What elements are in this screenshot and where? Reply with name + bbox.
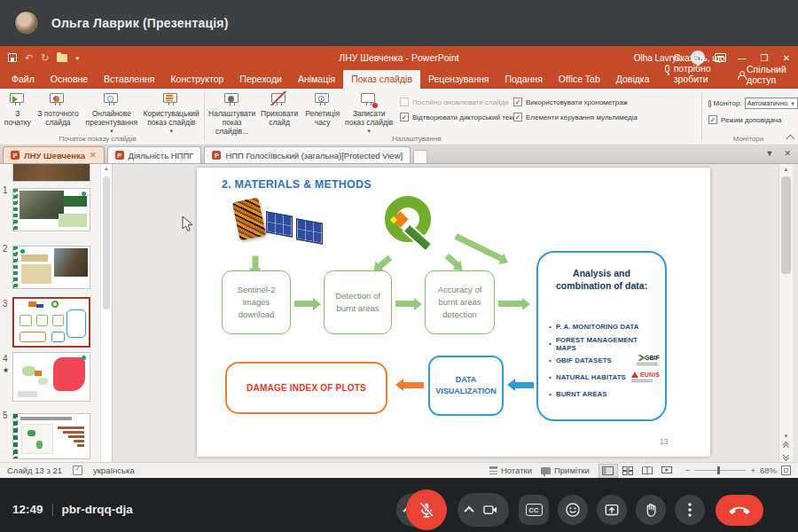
slide-thumbnail-5[interactable]: [12, 413, 90, 459]
slide-thumbnail-3-selected[interactable]: [12, 297, 90, 348]
scroll-down-icon[interactable]: ▼: [784, 434, 789, 439]
tab-insert[interactable]: Вставлення: [96, 70, 162, 89]
next-slide-icon[interactable]: [783, 453, 790, 460]
tab-help[interactable]: Довідка: [608, 70, 658, 89]
fit-to-window-button[interactable]: [781, 466, 791, 475]
zoom-slider[interactable]: [694, 470, 746, 471]
tab-view[interactable]: Подання: [497, 70, 550, 89]
zoom-in-button[interactable]: +: [750, 466, 755, 475]
more-options-button[interactable]: [675, 495, 705, 525]
slide-page-number: 13: [660, 437, 668, 446]
satellite-image: [234, 198, 327, 254]
slide-counter: Слайд 13 з 21: [7, 466, 62, 475]
close-tab-icon[interactable]: ✕: [90, 151, 97, 160]
tab-list-dropdown-icon[interactable]: ▼: [766, 149, 774, 158]
present-screen-button[interactable]: [597, 495, 627, 525]
from-beginning-button[interactable]: З початку: [2, 91, 34, 128]
tab-review[interactable]: Рецензування: [420, 70, 497, 89]
arrow-down-icon: [253, 256, 259, 270]
undo-icon[interactable]: ↶: [25, 53, 33, 63]
spellcheck-icon[interactable]: [73, 466, 82, 475]
zoom-out-button[interactable]: −: [685, 466, 691, 475]
thumbnail-number-selected: 3: [3, 299, 8, 309]
hand-icon: [642, 501, 660, 519]
open-folder-icon[interactable]: [57, 54, 67, 62]
custom-slideshow-button[interactable]: Користувацький показ слайдів▼: [141, 91, 202, 134]
restore-button[interactable]: ❐: [758, 53, 771, 63]
chevron-up-icon[interactable]: [464, 506, 473, 516]
bullet-icon: •: [549, 373, 552, 381]
meeting-code: pbr-drqq-dja: [62, 503, 133, 516]
hide-slide-button[interactable]: Приховати слайд: [257, 91, 301, 128]
thumbnail-art: [13, 164, 90, 181]
doc-tab-lnu[interactable]: P ЛНУ Шевченка ✕: [3, 146, 105, 163]
new-tab-button[interactable]: [413, 150, 427, 163]
slide-thumbnail-1[interactable]: [12, 188, 90, 231]
setup-slideshow-button[interactable]: Налаштувати показ слайдів...: [207, 91, 257, 136]
scroll-up-icon[interactable]: ▲: [779, 164, 793, 172]
slide-thumbnail-2[interactable]: [12, 246, 90, 289]
close-button[interactable]: ✕: [780, 53, 793, 63]
doc-tab-nppg[interactable]: P Діяльність НППГ: [107, 146, 202, 163]
checkbox-keep-slides-updated[interactable]: Постійно оновлювати слайди: [400, 98, 505, 106]
scrollbar-thumb[interactable]: [781, 176, 791, 274]
camera-pill[interactable]: [458, 493, 509, 527]
tab-transitions[interactable]: Переходи: [231, 70, 290, 89]
presenter-name-label: Ольга Лаврик (Презентація): [51, 16, 229, 30]
checkbox-presenter-view[interactable]: ✓ Режим доповідача: [708, 115, 798, 124]
tab-file[interactable]: Файл: [4, 70, 43, 89]
checkbox-checked-icon: ✓: [708, 115, 717, 124]
checkbox-show-media-controls[interactable]: ✓ Елементи керування мультимедіа: [513, 113, 697, 121]
record-slideshow-button[interactable]: Записати показ слайдів▼: [343, 91, 394, 134]
qat-customize-icon[interactable]: ▾: [75, 55, 79, 61]
notes-toggle[interactable]: Нотатки: [489, 466, 532, 475]
tab-home[interactable]: Основне: [43, 70, 96, 89]
tab-slideshow[interactable]: Показ слайдів: [343, 70, 420, 89]
checkbox-use-timings[interactable]: ✓ Використовувати хронометраж: [513, 98, 697, 106]
analysis-bullet: •GBIF DATASETS GBIF: [549, 352, 660, 369]
rehearse-timings-button[interactable]: Репетиція часу: [301, 91, 344, 128]
scrollbar-thumb[interactable]: [103, 176, 110, 309]
redo-icon[interactable]: ↻: [41, 53, 49, 63]
scroll-up-icon[interactable]: ▲: [101, 164, 112, 171]
doc-tab-holosiivskyi[interactable]: P НПП Голосіївський (загальна)[Protected…: [204, 146, 411, 163]
checkbox-checked-icon: ✓: [513, 98, 522, 106]
slide-thumbnail-partial[interactable]: [12, 164, 90, 182]
end-call-button[interactable]: [716, 495, 763, 526]
checkbox-play-narrations[interactable]: ✓ Відтворювати дикторський текст: [400, 113, 505, 121]
save-icon[interactable]: [8, 53, 17, 62]
reactions-button[interactable]: [558, 495, 588, 525]
zoom-slider-thumb[interactable]: [717, 466, 720, 474]
tab-animations[interactable]: Анімація: [290, 70, 343, 89]
share-button[interactable]: Спільний доступ: [738, 64, 789, 89]
normal-view-button[interactable]: [598, 464, 618, 478]
raise-hand-button[interactable]: [636, 495, 666, 525]
thumbnail-number: 4: [3, 354, 8, 364]
thumbnail-scrollbar[interactable]: ▲: [100, 164, 112, 462]
mic-muted-button[interactable]: [406, 489, 447, 530]
editor-scrollbar[interactable]: ▲ ▼: [778, 164, 793, 462]
slide-thumbnail-4[interactable]: [12, 352, 90, 402]
tab-office-tab[interactable]: Office Tab: [551, 70, 608, 89]
person-icon: [738, 71, 742, 78]
main-area: 1 2 3: [0, 164, 798, 462]
present-online-button[interactable]: Онлайнове презентування▼: [82, 91, 140, 134]
tell-me-box[interactable]: Скажіть, що потрібно зробити: [658, 49, 739, 89]
language-indicator[interactable]: українська: [93, 466, 135, 475]
comments-toggle[interactable]: Примітки: [541, 466, 590, 475]
group-separator: [204, 92, 205, 140]
slide-sorter-view-button[interactable]: [618, 464, 638, 478]
arrow-right-icon: [294, 301, 314, 307]
captions-button[interactable]: CC: [519, 495, 549, 525]
reading-view-button[interactable]: [638, 464, 657, 478]
from-current-slide-button[interactable]: З поточного слайда: [34, 91, 82, 128]
slideshow-view-button[interactable]: [657, 464, 677, 478]
slide-canvas[interactable]: 2. MATERIALS & METHODS: [197, 168, 710, 457]
zoom-level[interactable]: 68%: [760, 466, 777, 475]
monitor-dropdown[interactable]: Автоматично ▼: [745, 98, 798, 109]
previous-slide-icon[interactable]: [783, 442, 790, 450]
arrow-right-icon: [395, 301, 415, 307]
group-separator: [701, 92, 702, 140]
tab-design[interactable]: Конструктор: [162, 70, 231, 89]
close-document-icon[interactable]: ✕: [784, 149, 791, 158]
